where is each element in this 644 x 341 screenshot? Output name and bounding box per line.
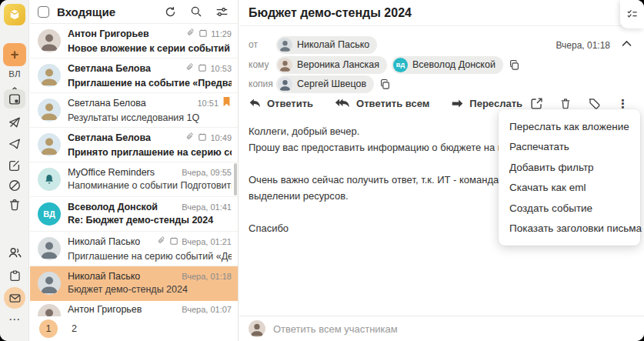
recipient-chip[interactable]: Сергей Швецов: [276, 75, 374, 93]
reply-button[interactable]: Ответить: [249, 98, 313, 109]
profile-initials[interactable]: ВЛ: [0, 69, 29, 79]
search-icon[interactable]: [190, 5, 202, 18]
recipient-chip[interactable]: Вероника Ланская: [276, 56, 387, 74]
sender-name: Всеволод Донской: [68, 202, 158, 212]
quick-reply-bar[interactable]: Ответить всем участникам: [239, 316, 644, 341]
app-contacts-icon[interactable]: [0, 242, 29, 262]
email-list-item[interactable]: ВД Всеволод Донской Вчера, 01:41 Re: Бюд…: [30, 197, 238, 232]
forward-icon: [451, 99, 464, 109]
copy-cc-icon[interactable]: [379, 79, 391, 90]
email-subject: Новое вложение к серии событий «Аналити…: [68, 43, 232, 54]
collapse-header-icon[interactable]: [622, 40, 632, 47]
recipient-name: Всеволод Донской: [412, 59, 496, 70]
recipient-chip[interactable]: Николай Пасько: [276, 36, 377, 54]
sender-avatar: ВД: [38, 202, 61, 226]
recipient-avatar: [278, 38, 292, 52]
more-actions-icon[interactable]: ⋮: [617, 98, 629, 109]
event-icon: [199, 27, 208, 41]
recipient-avatar: [278, 77, 292, 92]
from-label: от: [249, 39, 276, 50]
folder-drafts-icon[interactable]: [0, 155, 29, 176]
email-list-pane: Входящие Антон Григорьев 11:29 Новое вло…: [30, 0, 239, 341]
email-list-item[interactable]: Светлана Белова 10:51 Результаты исследо…: [30, 93, 238, 128]
sender-name: Антон Григорьев: [68, 28, 149, 39]
to-row: кому Вероника Ланская ВД Всеволод Донско…: [249, 55, 520, 74]
folder-outbox-icon[interactable]: [0, 112, 29, 132]
event-icon: [198, 62, 207, 75]
email-time: 10:49: [210, 133, 232, 142]
app-more-icon[interactable]: ⋯: [0, 313, 29, 326]
folder-inbox-icon[interactable]: [0, 89, 29, 109]
email-subject: Бюджет демо-стенды 2024: [68, 284, 188, 295]
email-subject: Приглашение на серию событий «Демо стен…: [68, 251, 232, 262]
recipient-name: Вероника Ланская: [297, 59, 379, 70]
email-time: Вчера, 01:21: [182, 237, 232, 246]
select-all-checkbox[interactable]: [38, 6, 49, 18]
app-logo-icon[interactable]: [4, 4, 25, 25]
email-list-item[interactable]: Светлана Белова 10:49 Принято приглашени…: [30, 128, 238, 162]
sender-avatar: [38, 168, 61, 191]
app-mail-icon[interactable]: [0, 288, 29, 308]
page-2-button[interactable]: 2: [72, 323, 77, 334]
reply-all-button[interactable]: Ответить всем: [335, 98, 429, 109]
recipient-name: Николай Пасько: [297, 39, 369, 50]
context-menu-item[interactable]: Распечатать: [499, 137, 640, 158]
list-header: Входящие: [30, 0, 238, 24]
email-subject: Приглашение на событие «Предварительно…: [68, 78, 232, 89]
email-time: 10:51: [197, 99, 219, 108]
context-menu-item[interactable]: Переслать как вложение: [499, 116, 640, 137]
sender-avatar: [38, 133, 61, 156]
folder-spam-icon[interactable]: [0, 176, 29, 196]
email-time: 10:53: [210, 64, 232, 73]
folder-title: Входящие: [57, 5, 115, 18]
quick-reply-placeholder: Ответить всем участникам: [273, 323, 398, 335]
mail-titlebar: Бюджет демо-стенды 2024: [239, 0, 644, 26]
current-user-avatar: [249, 320, 265, 337]
sender-avatar: [38, 99, 61, 122]
context-menu-item[interactable]: Создать событие: [499, 198, 640, 219]
email-list-item[interactable]: Николай Пасько Вчера, 01:18 Бюджет демо-…: [30, 266, 238, 301]
email-list-item[interactable]: Антон Григорьев 11:29 Новое вложение к с…: [30, 24, 238, 59]
recipient-chip[interactable]: ВД Всеволод Донской: [392, 56, 503, 74]
email-time: Вчера, 09:55: [182, 168, 232, 177]
event-icon: [198, 131, 207, 145]
reply-all-icon: [335, 98, 351, 109]
email-time: Вчера, 01:41: [182, 202, 232, 212]
email-list: Антон Григорьев 11:29 Новое вложение к с…: [30, 24, 238, 323]
open-in-new-window-icon[interactable]: [530, 97, 543, 110]
event-icon: [169, 235, 179, 249]
folder-trash-icon[interactable]: [0, 195, 29, 215]
recipient-name: Сергей Швецов: [297, 79, 366, 89]
context-menu-item[interactable]: Добавить фильтр: [499, 157, 640, 178]
refresh-icon[interactable]: [164, 5, 177, 18]
page-1-button[interactable]: 1: [39, 319, 58, 338]
compose-button[interactable]: +: [3, 43, 26, 66]
folder-sent-icon[interactable]: [0, 134, 29, 154]
from-row: от Николай Пасько: [249, 35, 377, 54]
filter-sort-icon[interactable]: [215, 5, 229, 18]
left-rail: + ВЛ ⋯: [0, 0, 29, 341]
attachment-icon: [186, 27, 195, 41]
reply-icon: [249, 98, 262, 109]
email-subject: Принято приглашение на серию событий «…: [68, 147, 232, 158]
tag-label-icon[interactable]: [588, 97, 601, 110]
sender-name: Светлана Белова: [68, 98, 146, 109]
cc-label: копия: [249, 79, 276, 89]
copy-recipients-icon[interactable]: [509, 59, 520, 71]
email-time: Вчера, 01:18: [182, 272, 232, 281]
delete-mail-icon[interactable]: [559, 97, 572, 110]
to-label: кому: [249, 59, 276, 70]
sender-name: MyOffice Reminders: [68, 167, 155, 178]
context-menu-item[interactable]: Скачать как eml: [499, 178, 640, 199]
email-list-item[interactable]: Светлана Белова 10:53 Приглашение на соб…: [30, 59, 238, 93]
cc-row: копия Сергей Швецов: [249, 75, 391, 93]
app-calendar-icon[interactable]: [0, 266, 29, 286]
context-menu-item[interactable]: Показать заголовки письма: [499, 219, 640, 239]
email-list-item[interactable]: Николай Пасько Вчера, 01:21 Приглашение …: [30, 232, 238, 266]
forward-button[interactable]: Переслать: [451, 98, 522, 109]
app-window: + ВЛ ⋯: [0, 0, 644, 341]
list-scrollbar[interactable]: [234, 163, 237, 196]
sender-avatar: [38, 272, 61, 295]
tasks-panel-tab[interactable]: [620, 0, 644, 28]
email-list-item[interactable]: MyOffice Reminders Вчера, 09:55 Напомина…: [30, 162, 238, 197]
